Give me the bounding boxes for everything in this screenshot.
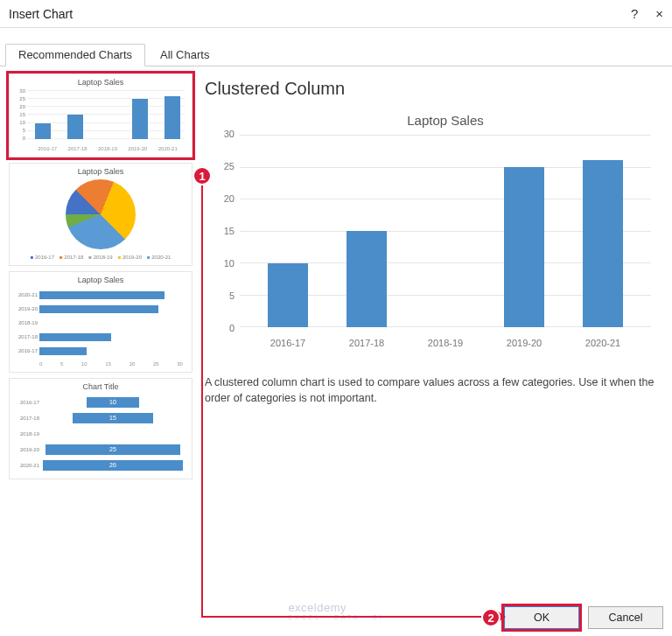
- callout-badge: 2: [481, 608, 500, 627]
- titlebar: Insert Chart ? ×: [0, 0, 672, 28]
- chart-bar: [504, 167, 544, 327]
- pie-legend: 2016-17 2017-18 2018-19 2019-20 2020-21: [31, 255, 172, 260]
- pie-icon: [66, 179, 136, 249]
- chart-preview: Clustered Column Laptop Sales 30 25 20 1…: [201, 73, 663, 587]
- chart-bar: [346, 231, 387, 327]
- callout-badge: 1: [192, 166, 212, 185]
- thumb-clustered-column[interactable]: Laptop Sales 30 25 20 15 10 5 0: [9, 73, 192, 157]
- annotation-arrow: [201, 185, 203, 618]
- chart-type-heading: Clustered Column: [205, 79, 660, 99]
- main-chart: Laptop Sales 30 25 20 15 10 5 0: [205, 104, 660, 349]
- window-controls: ? ×: [631, 6, 663, 21]
- chart-description: A clustered column chart is used to comp…: [205, 375, 660, 406]
- thumb-column-plot: 30 25 20 15 10 5 0 2016-17: [15, 90, 186, 151]
- thumb-pie[interactable]: Laptop Sales 2016-17 2017-18 2018-19 201…: [9, 163, 192, 266]
- thumb-title: Laptop Sales: [15, 276, 186, 284]
- thumb-title: Chart Title: [15, 382, 186, 391]
- tabs: Recommended Charts All Charts: [0, 28, 672, 66]
- help-icon[interactable]: ?: [631, 6, 638, 21]
- thumb-hbar-plot: 2020-21 2019-20 2018-19 2017-18 2016-17 …: [15, 288, 186, 367]
- thumb-title: Laptop Sales: [15, 78, 186, 87]
- dialog-footer: OK Cancel: [504, 606, 663, 629]
- chart-bar: [583, 160, 623, 327]
- tab-all-charts[interactable]: All Charts: [147, 44, 222, 66]
- dialog-title: Insert Chart: [9, 7, 73, 21]
- annotation-arrow: [201, 616, 500, 618]
- ok-button[interactable]: OK: [504, 606, 579, 629]
- chart-bar: [268, 263, 308, 327]
- chart-thumbnails: Laptop Sales 30 25 20 15 10 5 0: [9, 73, 192, 587]
- cancel-button[interactable]: Cancel: [588, 606, 663, 629]
- thumb-bar-horizontal[interactable]: Laptop Sales 2020-21 2019-20 2018-19 201…: [9, 271, 192, 373]
- chart-title: Laptop Sales: [240, 113, 651, 128]
- tab-recommended[interactable]: Recommended Charts: [5, 44, 145, 66]
- thumb-title: Laptop Sales: [15, 167, 186, 176]
- thumb-funnel-plot: 2016-1710 2017-1815 2018-19 2019-2025 20…: [15, 395, 186, 473]
- close-icon[interactable]: ×: [655, 6, 663, 21]
- thumb-funnel[interactable]: Chart Title 2016-1710 2017-1815 2018-19 …: [9, 378, 192, 479]
